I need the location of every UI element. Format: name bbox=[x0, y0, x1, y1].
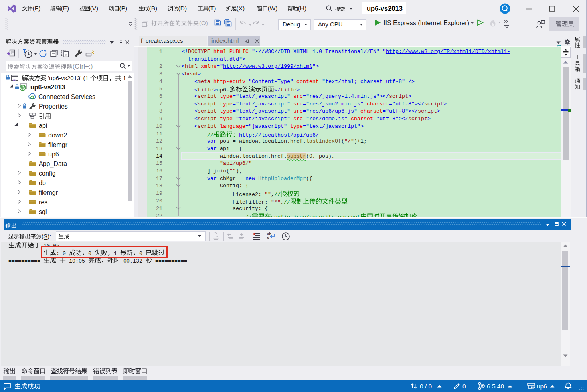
svg-text:up6-vs2013: up6-vs2013 bbox=[367, 5, 403, 12]
svg-text:up6: up6 bbox=[48, 151, 59, 158]
svg-text:filemgr: filemgr bbox=[48, 141, 68, 148]
svg-text:up6-vs2013: up6-vs2013 bbox=[30, 84, 65, 91]
svg-text:c: c bbox=[267, 235, 269, 240]
svg-text:api: api bbox=[39, 122, 47, 129]
svg-text:0 / 0: 0 / 0 bbox=[420, 383, 432, 390]
svg-text:(X): (X) bbox=[237, 5, 245, 12]
svg-text:(H): (H) bbox=[298, 5, 307, 12]
svg-text:(T): (T) bbox=[208, 5, 216, 12]
svg-text:index.html: index.html bbox=[211, 37, 239, 44]
svg-text:down2: down2 bbox=[48, 132, 67, 139]
svg-text:Properties: Properties bbox=[39, 103, 68, 110]
svg-text:(O): (O) bbox=[199, 20, 208, 26]
svg-text:App_Data: App_Data bbox=[39, 160, 67, 168]
svg-text:IIS Express (Internet Explorer: IIS Express (Internet Explorer) bbox=[383, 19, 469, 26]
svg-text:(S):: (S): bbox=[42, 233, 51, 240]
svg-text:(F): (F) bbox=[33, 5, 41, 12]
svg-text:(B): (B) bbox=[149, 5, 158, 12]
svg-text:Connected Services: Connected Services bbox=[38, 93, 95, 100]
svg-text:db: db bbox=[39, 180, 46, 186]
svg-text:'up6-vs2013' (1: 'up6-vs2013' (1 bbox=[46, 75, 90, 81]
svg-text:res: res bbox=[39, 199, 47, 206]
svg-text:6.5.40: 6.5.40 bbox=[487, 383, 504, 390]
svg-text:(V): (V) bbox=[90, 5, 99, 12]
svg-text:0: 0 bbox=[462, 383, 466, 390]
svg-text:(W): (W) bbox=[268, 5, 278, 12]
svg-text:filemgr: filemgr bbox=[39, 189, 58, 196]
svg-text:(D): (D) bbox=[178, 5, 187, 12]
svg-text:up6: up6 bbox=[537, 383, 547, 390]
svg-text:1: 1 bbox=[121, 75, 125, 81]
svg-text:f_create.aspx.cs: f_create.aspx.cs bbox=[141, 38, 183, 44]
svg-text:config: config bbox=[39, 170, 56, 177]
svg-text:(Ctrl+;): (Ctrl+;) bbox=[72, 63, 93, 70]
svg-text:(P): (P) bbox=[119, 5, 128, 12]
svg-text:(E): (E) bbox=[61, 5, 69, 12]
